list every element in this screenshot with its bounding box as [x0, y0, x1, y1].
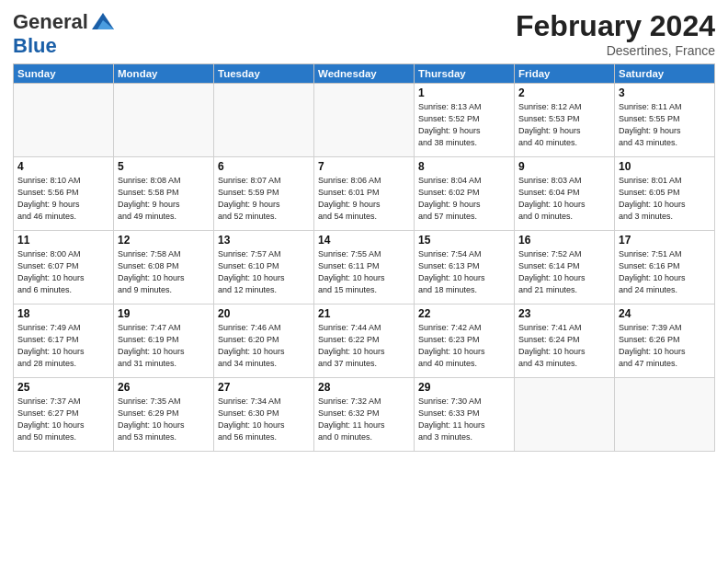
- calendar-cell: [114, 84, 214, 157]
- day-number: 25: [17, 381, 109, 394]
- day-info: Sunrise: 8:12 AMSunset: 5:53 PMDaylight:…: [518, 101, 610, 149]
- calendar-cell: 26Sunrise: 7:35 AMSunset: 6:29 PMDayligh…: [114, 378, 214, 452]
- day-number: 3: [619, 86, 711, 99]
- calendar-cell: 5Sunrise: 8:08 AMSunset: 5:58 PMDaylight…: [114, 157, 214, 231]
- day-number: 7: [318, 160, 410, 173]
- calendar-cell: 27Sunrise: 7:34 AMSunset: 6:30 PMDayligh…: [214, 378, 314, 452]
- day-number: 14: [318, 234, 410, 247]
- calendar-cell: 3Sunrise: 8:11 AMSunset: 5:55 PMDaylight…: [615, 84, 715, 157]
- day-info: Sunrise: 7:35 AMSunset: 6:29 PMDaylight:…: [118, 396, 210, 443]
- calendar-cell: 9Sunrise: 8:03 AMSunset: 6:04 PMDaylight…: [515, 157, 615, 231]
- calendar-cell: 11Sunrise: 8:00 AMSunset: 6:07 PMDayligh…: [14, 231, 114, 304]
- col-header-monday: Monday: [114, 64, 214, 84]
- col-header-thursday: Thursday: [415, 64, 515, 84]
- day-info: Sunrise: 7:37 AMSunset: 6:27 PMDaylight:…: [17, 396, 109, 443]
- week-row-1: 4Sunrise: 8:10 AMSunset: 5:56 PMDaylight…: [14, 157, 715, 231]
- calendar-cell: [14, 84, 114, 157]
- day-info: Sunrise: 7:34 AMSunset: 6:30 PMDaylight:…: [218, 396, 310, 443]
- calendar-cell: [515, 378, 615, 452]
- day-number: 6: [218, 160, 310, 173]
- logo-icon: [90, 9, 116, 35]
- day-number: 28: [318, 381, 410, 394]
- calendar-cell: 4Sunrise: 8:10 AMSunset: 5:56 PMDaylight…: [14, 157, 114, 231]
- calendar-cell: 28Sunrise: 7:32 AMSunset: 6:32 PMDayligh…: [314, 378, 415, 452]
- header-row: SundayMondayTuesdayWednesdayThursdayFrid…: [14, 64, 715, 84]
- day-info: Sunrise: 7:51 AMSunset: 6:16 PMDaylight:…: [619, 248, 711, 296]
- calendar-cell: 8Sunrise: 8:04 AMSunset: 6:02 PMDaylight…: [415, 157, 515, 231]
- day-info: Sunrise: 7:47 AMSunset: 6:19 PMDaylight:…: [118, 322, 210, 370]
- title-block: February 2024 Desertines, France: [516, 9, 715, 58]
- day-info: Sunrise: 8:01 AMSunset: 6:05 PMDaylight:…: [619, 175, 711, 223]
- logo-blue-text: Blue: [13, 35, 116, 57]
- calendar-cell: 25Sunrise: 7:37 AMSunset: 6:27 PMDayligh…: [14, 378, 114, 452]
- calendar-cell: 15Sunrise: 7:54 AMSunset: 6:13 PMDayligh…: [415, 231, 515, 304]
- calendar-cell: 13Sunrise: 7:57 AMSunset: 6:10 PMDayligh…: [214, 231, 314, 304]
- calendar-cell: [214, 84, 314, 157]
- day-info: Sunrise: 8:07 AMSunset: 5:59 PMDaylight:…: [218, 175, 310, 223]
- calendar-cell: 1Sunrise: 8:13 AMSunset: 5:52 PMDaylight…: [415, 84, 515, 157]
- calendar-cell: 6Sunrise: 8:07 AMSunset: 5:59 PMDaylight…: [214, 157, 314, 231]
- calendar-cell: 12Sunrise: 7:58 AMSunset: 6:08 PMDayligh…: [114, 231, 214, 304]
- calendar-cell: 22Sunrise: 7:42 AMSunset: 6:23 PMDayligh…: [415, 304, 515, 378]
- calendar-cell: 10Sunrise: 8:01 AMSunset: 6:05 PMDayligh…: [615, 157, 715, 231]
- day-number: 23: [518, 307, 610, 320]
- calendar-cell: 7Sunrise: 8:06 AMSunset: 6:01 PMDaylight…: [314, 157, 415, 231]
- week-row-2: 11Sunrise: 8:00 AMSunset: 6:07 PMDayligh…: [14, 231, 715, 304]
- day-info: Sunrise: 8:11 AMSunset: 5:55 PMDaylight:…: [619, 101, 711, 149]
- calendar-cell: [314, 84, 415, 157]
- day-number: 26: [118, 381, 210, 394]
- day-number: 4: [17, 160, 109, 173]
- calendar-cell: [615, 378, 715, 452]
- calendar-cell: 16Sunrise: 7:52 AMSunset: 6:14 PMDayligh…: [515, 231, 615, 304]
- calendar-cell: 29Sunrise: 7:30 AMSunset: 6:33 PMDayligh…: [415, 378, 515, 452]
- calendar-cell: 17Sunrise: 7:51 AMSunset: 6:16 PMDayligh…: [615, 231, 715, 304]
- day-number: 27: [218, 381, 310, 394]
- day-info: Sunrise: 7:49 AMSunset: 6:17 PMDaylight:…: [17, 322, 109, 370]
- col-header-tuesday: Tuesday: [214, 64, 314, 84]
- day-info: Sunrise: 7:57 AMSunset: 6:10 PMDaylight:…: [218, 248, 310, 296]
- day-info: Sunrise: 7:55 AMSunset: 6:11 PMDaylight:…: [318, 248, 410, 296]
- col-header-friday: Friday: [515, 64, 615, 84]
- day-info: Sunrise: 7:41 AMSunset: 6:24 PMDaylight:…: [518, 322, 610, 370]
- day-number: 21: [318, 307, 410, 320]
- day-info: Sunrise: 7:30 AMSunset: 6:33 PMDaylight:…: [418, 396, 510, 443]
- day-info: Sunrise: 7:46 AMSunset: 6:20 PMDaylight:…: [218, 322, 310, 370]
- day-number: 11: [17, 234, 109, 247]
- col-header-sunday: Sunday: [14, 64, 114, 84]
- day-info: Sunrise: 8:04 AMSunset: 6:02 PMDaylight:…: [418, 175, 510, 223]
- day-number: 29: [418, 381, 510, 394]
- day-info: Sunrise: 7:58 AMSunset: 6:08 PMDaylight:…: [118, 248, 210, 296]
- day-info: Sunrise: 8:00 AMSunset: 6:07 PMDaylight:…: [17, 248, 109, 296]
- day-info: Sunrise: 8:03 AMSunset: 6:04 PMDaylight:…: [518, 175, 610, 223]
- day-number: 5: [118, 160, 210, 173]
- day-number: 13: [218, 234, 310, 247]
- col-header-wednesday: Wednesday: [314, 64, 415, 84]
- day-number: 15: [418, 234, 510, 247]
- header: General Blue February 2024 Desertines, F…: [13, 9, 715, 58]
- calendar-cell: 23Sunrise: 7:41 AMSunset: 6:24 PMDayligh…: [515, 304, 615, 378]
- day-info: Sunrise: 7:32 AMSunset: 6:32 PMDaylight:…: [318, 396, 410, 443]
- day-number: 22: [418, 307, 510, 320]
- calendar-cell: 21Sunrise: 7:44 AMSunset: 6:22 PMDayligh…: [314, 304, 415, 378]
- location: Desertines, France: [516, 43, 715, 58]
- day-number: 10: [619, 160, 711, 173]
- day-info: Sunrise: 8:08 AMSunset: 5:58 PMDaylight:…: [118, 175, 210, 223]
- calendar-table: SundayMondayTuesdayWednesdayThursdayFrid…: [13, 63, 715, 452]
- day-number: 19: [118, 307, 210, 320]
- day-number: 20: [218, 307, 310, 320]
- calendar-cell: 20Sunrise: 7:46 AMSunset: 6:20 PMDayligh…: [214, 304, 314, 378]
- day-number: 8: [418, 160, 510, 173]
- day-number: 12: [118, 234, 210, 247]
- day-info: Sunrise: 7:42 AMSunset: 6:23 PMDaylight:…: [418, 322, 510, 370]
- day-info: Sunrise: 7:44 AMSunset: 6:22 PMDaylight:…: [318, 322, 410, 370]
- calendar-cell: 18Sunrise: 7:49 AMSunset: 6:17 PMDayligh…: [14, 304, 114, 378]
- page: General Blue February 2024 Desertines, F…: [0, 0, 728, 461]
- logo: General Blue: [13, 9, 116, 57]
- month-title: February 2024: [516, 9, 715, 43]
- day-number: 16: [518, 234, 610, 247]
- week-row-3: 18Sunrise: 7:49 AMSunset: 6:17 PMDayligh…: [14, 304, 715, 378]
- day-number: 1: [418, 86, 510, 99]
- day-info: Sunrise: 7:39 AMSunset: 6:26 PMDaylight:…: [619, 322, 711, 370]
- week-row-0: 1Sunrise: 8:13 AMSunset: 5:52 PMDaylight…: [14, 84, 715, 157]
- calendar-cell: 24Sunrise: 7:39 AMSunset: 6:26 PMDayligh…: [615, 304, 715, 378]
